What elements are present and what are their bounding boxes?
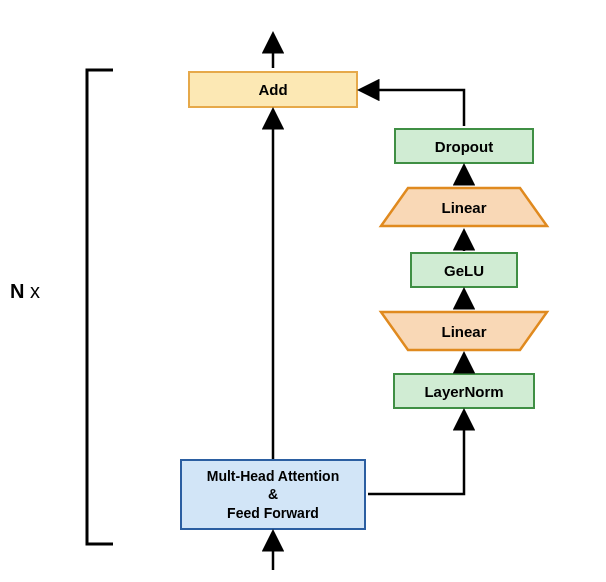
diagram-canvas: N x Add Dropout Linear GeLU Linear Layer…	[0, 0, 606, 582]
arrows-layer	[0, 0, 606, 582]
